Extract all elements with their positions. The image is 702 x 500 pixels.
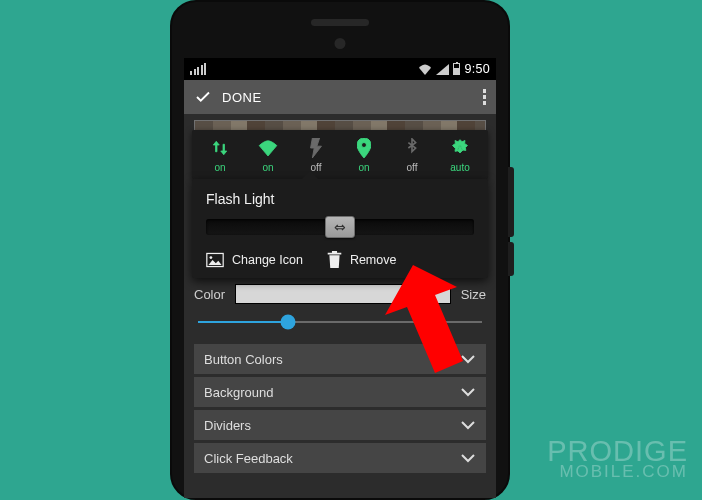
toggle-label: on <box>214 162 225 173</box>
flash-toggle[interactable]: off <box>292 138 340 173</box>
row-label: Background <box>204 385 273 400</box>
row-label: Click Feedback <box>204 451 293 466</box>
size-label: Size <box>461 287 486 302</box>
toggle-label: on <box>262 162 273 173</box>
toggle-label: on <box>358 162 369 173</box>
chevron-down-icon <box>460 420 476 430</box>
status-bar: 9:50 <box>184 58 496 80</box>
color-size-row: Color Size <box>194 284 486 304</box>
watermark-line2: MOBILE.COM <box>547 464 688 480</box>
wifi-toggle[interactable]: on <box>244 138 292 173</box>
row-label: Dividers <box>204 418 251 433</box>
row-background[interactable]: Background <box>194 377 486 407</box>
earpiece <box>311 19 369 26</box>
data-toggle[interactable]: on <box>196 138 244 173</box>
flash-icon <box>310 138 322 158</box>
slider-handle-icon[interactable]: ⇔ <box>325 216 355 238</box>
bluetooth-icon <box>406 138 418 158</box>
trash-icon <box>327 251 342 268</box>
wifi-status-icon <box>418 64 432 75</box>
front-camera <box>335 38 346 49</box>
chevron-down-icon <box>460 354 476 364</box>
editor-content: on on off on off <box>184 114 496 498</box>
location-toggle[interactable]: on <box>340 138 388 173</box>
action-bar: DONE <box>184 80 496 114</box>
change-icon-label: Change Icon <box>232 253 303 267</box>
phone-frame: 9:50 DONE on on <box>170 0 510 500</box>
chevron-down-icon <box>460 453 476 463</box>
color-swatch[interactable] <box>235 284 451 304</box>
watermark: PRODIGE MOBILE.COM <box>547 438 688 480</box>
image-icon <box>206 252 224 268</box>
watermark-line1: PRODIGE <box>547 438 688 465</box>
brightness-auto-icon: A <box>450 138 470 158</box>
data-arrows-icon <box>211 139 229 157</box>
brightness-toggle[interactable]: A auto <box>436 138 484 173</box>
change-icon-button[interactable]: Change Icon <box>206 252 303 268</box>
bluetooth-toggle[interactable]: off <box>388 138 436 173</box>
done-button[interactable]: DONE <box>222 90 262 105</box>
chevron-down-icon <box>460 387 476 397</box>
popup-title: Flash Light <box>206 191 474 207</box>
toggle-label: auto <box>450 162 469 173</box>
clock: 9:50 <box>464 62 490 76</box>
position-slider[interactable]: ⇔ <box>206 219 474 235</box>
location-pin-icon <box>357 138 371 158</box>
remove-label: Remove <box>350 253 397 267</box>
size-slider[interactable] <box>198 314 482 330</box>
toggle-label: off <box>407 162 418 173</box>
overflow-menu-icon[interactable] <box>483 89 487 105</box>
battery-icon <box>453 63 460 75</box>
color-label: Color <box>194 287 225 302</box>
row-label: Button Colors <box>204 352 283 367</box>
row-click-feedback[interactable]: Click Feedback <box>194 443 486 473</box>
phone-screen: 9:50 DONE on on <box>184 58 496 498</box>
svg-text:A: A <box>457 143 463 152</box>
toggle-editor-popup: Flash Light ⇔ Change Icon Remove <box>192 179 488 278</box>
row-dividers[interactable]: Dividers <box>194 410 486 440</box>
left-status-icon <box>190 63 206 75</box>
svg-point-2 <box>210 256 213 259</box>
toggle-strip: on on off on off <box>192 130 488 179</box>
checkmark-icon <box>194 88 212 106</box>
signal-icon <box>436 64 449 75</box>
remove-button[interactable]: Remove <box>327 251 397 268</box>
row-button-colors[interactable]: Button Colors <box>194 344 486 374</box>
slider-thumb[interactable] <box>281 315 296 330</box>
wifi-icon <box>258 140 278 156</box>
